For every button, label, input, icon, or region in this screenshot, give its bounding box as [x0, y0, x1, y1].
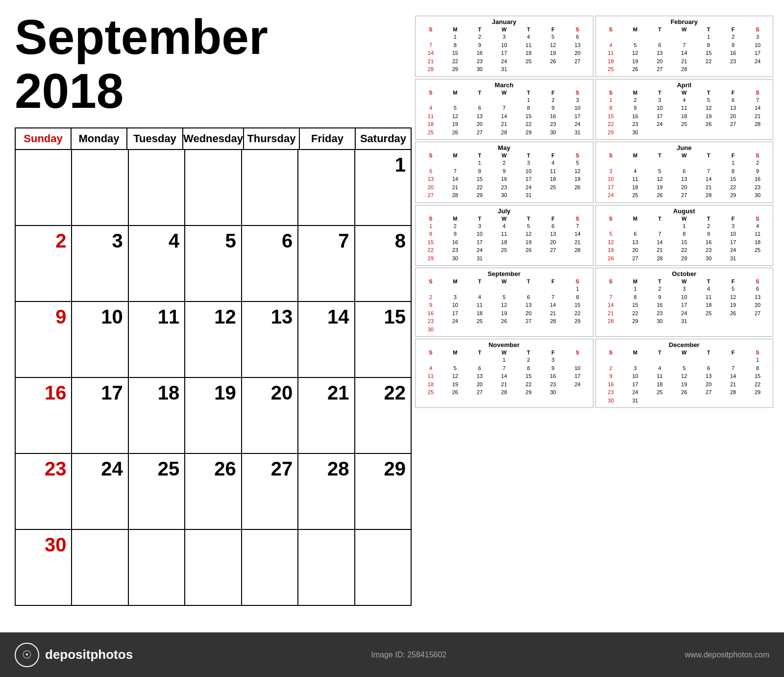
- mini-day-cell: 0: [721, 65, 745, 74]
- mini-day-cell: 25: [599, 65, 623, 74]
- mini-day-cell: 28: [492, 128, 516, 137]
- mini-dow-label: S: [599, 278, 623, 284]
- mini-day-cell: 21: [672, 57, 696, 66]
- mini-week-row: 0000123: [418, 96, 590, 104]
- grid-body: 0000001234567891011121314151617181920212…: [16, 150, 412, 606]
- mini-dow-label: F: [541, 26, 565, 32]
- mini-week-row: 45678910: [418, 364, 590, 373]
- mini-day-cell: 15: [516, 372, 541, 380]
- mini-day-cell: 11: [516, 41, 541, 50]
- mini-dow-label: W: [492, 152, 516, 158]
- mini-day-cell: 19: [492, 309, 516, 318]
- main-day-cell: 0: [355, 530, 412, 606]
- mini-day-cell: 12: [443, 112, 467, 121]
- mini-day-cell: 21: [721, 380, 745, 389]
- mini-day-cell: 0: [599, 222, 623, 230]
- mini-day-cell: 11: [647, 372, 672, 380]
- mini-day-cell: 0: [443, 285, 467, 293]
- mini-day-cell: 26: [696, 120, 721, 128]
- mini-day-cell: 8: [599, 104, 623, 112]
- mini-week-row: 45678910: [599, 41, 770, 50]
- mini-day-cell: 21: [565, 238, 590, 247]
- mini-week-row: 0012345: [418, 159, 590, 167]
- mini-month-title: May: [418, 144, 590, 151]
- mini-day-cell: 0: [672, 356, 696, 364]
- mini-day-cell: 11: [745, 230, 770, 238]
- mini-day-cell: 11: [541, 167, 565, 176]
- main-day-cell: 9: [16, 302, 72, 378]
- mini-day-cell: 1: [745, 356, 770, 364]
- mini-day-cell: 0: [623, 159, 647, 167]
- main-day-cell: 18: [129, 378, 185, 454]
- mini-month: OctoberSMTWTFS01234567891011121314151617…: [595, 268, 774, 337]
- mini-day-cell: 19: [647, 183, 672, 192]
- mini-day-cell: 17: [647, 112, 672, 121]
- mini-day-cell: 13: [623, 238, 647, 247]
- mini-week-row: 16171819202122: [599, 380, 770, 389]
- mini-day-cell: 27: [672, 191, 696, 200]
- mini-dow-label: F: [721, 278, 745, 284]
- header-thursday: Thursday: [244, 128, 300, 150]
- mini-day-cell: 1: [721, 159, 745, 167]
- mini-day-cell: 29: [565, 317, 590, 326]
- mini-day-cell: 2: [745, 159, 770, 167]
- mini-day-cell: 9: [443, 230, 467, 238]
- mini-day-cell: 18: [492, 238, 516, 247]
- mini-week-row: 11121314151617: [599, 49, 770, 57]
- mini-day-cell: 27: [418, 191, 443, 200]
- mini-day-cell: 17: [565, 372, 590, 380]
- mini-day-cell: 10: [565, 364, 590, 373]
- mini-day-cell: 0: [647, 397, 672, 405]
- mini-day-cell: 3: [443, 293, 467, 301]
- mini-week-row: 22232425262728: [599, 120, 770, 128]
- mini-week-row: 2526272829300: [418, 388, 590, 397]
- mini-dow-label: W: [672, 26, 696, 32]
- mini-day-cell: 19: [599, 246, 623, 254]
- mini-day-cell: 19: [565, 175, 590, 183]
- mini-day-cell: 23: [541, 380, 565, 389]
- mini-day-cell: 2: [599, 364, 623, 373]
- mini-day-cell: 0: [647, 159, 672, 167]
- mini-dow-label: T: [467, 350, 492, 355]
- mini-week-row: 2345678: [418, 293, 590, 301]
- mini-day-cell: 25: [623, 191, 647, 200]
- mini-week-row: 24252627282930: [599, 191, 770, 200]
- mini-day-cell: 31: [623, 397, 647, 405]
- mini-day-cell: 7: [443, 167, 467, 176]
- mini-day-cell: 1: [443, 33, 467, 41]
- mini-week-row: 28293031000: [599, 317, 770, 326]
- mini-dow-label: T: [696, 90, 721, 96]
- mini-day-cell: 0: [745, 254, 770, 263]
- mini-dow-label: S: [565, 152, 590, 158]
- mini-week-row: 25262728000: [599, 65, 770, 74]
- mini-day-cell: 0: [647, 222, 672, 230]
- mini-dow-row: SMTWTFS: [599, 90, 770, 96]
- mini-day-cell: 6: [721, 96, 745, 104]
- mini-day-cell: 2: [696, 222, 721, 230]
- mini-day-cell: 11: [467, 301, 492, 309]
- mini-day-cell: 0: [492, 96, 516, 104]
- mini-day-cell: 17: [516, 175, 541, 183]
- mini-day-cell: 1: [623, 285, 647, 293]
- mini-day-cell: 26: [565, 183, 590, 192]
- mini-day-cell: 29: [672, 254, 696, 263]
- mini-day-cell: 2: [541, 96, 565, 104]
- mini-day-cell: 13: [516, 301, 541, 309]
- mini-day-cell: 0: [492, 254, 516, 263]
- mini-dow-label: M: [623, 152, 647, 158]
- mini-day-cell: 14: [647, 238, 672, 247]
- mini-day-cell: 11: [623, 175, 647, 183]
- mini-day-cell: 23: [745, 183, 770, 192]
- mini-dow-label: F: [721, 350, 745, 355]
- mini-day-cell: 13: [647, 49, 672, 57]
- mini-day-cell: 9: [721, 41, 745, 50]
- mini-day-cell: 9: [647, 293, 672, 301]
- mini-day-cell: 0: [541, 65, 565, 74]
- mini-day-cell: 20: [672, 183, 696, 192]
- mini-day-cell: 25: [672, 120, 696, 128]
- mini-week-row: 0123456: [599, 285, 770, 293]
- mini-dow-label: M: [443, 350, 467, 355]
- main-calendar: September 2018 Sunday Monday Tuesday Wed…: [0, 0, 412, 632]
- main-day-cell: 20: [242, 378, 298, 454]
- header-sunday: Sunday: [16, 128, 72, 150]
